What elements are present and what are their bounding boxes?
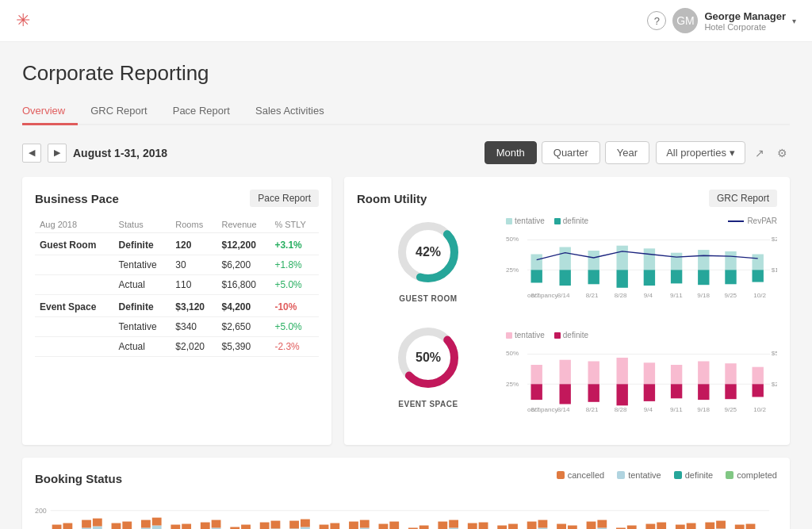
share-button[interactable]: ↗ [752,145,768,161]
svg-rect-245 [657,523,666,529]
svg-rect-133 [241,525,251,529]
guest-room-chart: tentative definite RevPAR [506,217,777,318]
svg-rect-15 [588,270,599,284]
svg-rect-149 [301,519,310,527]
svg-rect-53 [644,384,655,401]
period-year-button[interactable]: Year [605,141,649,164]
legend-tentative: tentative [506,217,545,225]
settings-button[interactable]: ⚙ [774,145,790,161]
svg-rect-253 [687,523,696,529]
svg-rect-59 [725,384,736,399]
svg-rect-47 [560,384,571,404]
svg-rect-137 [260,523,270,529]
svg-rect-49 [588,384,599,402]
chevron-down-icon[interactable]: ▾ [792,17,796,25]
svg-rect-257 [705,523,714,529]
svg-text:$240: $240 [772,236,777,243]
legend-tentative-event: tentative [506,331,545,339]
business-pace-title: Business Pace [35,192,119,205]
svg-text:200: 200 [35,507,47,515]
svg-rect-85 [63,523,72,529]
app-logo: ✳ [16,10,30,31]
row-status: Actual [114,275,171,295]
legend-cancelled: cancelled [557,470,604,480]
svg-rect-108 [152,526,162,529]
svg-rect-249 [676,525,685,529]
row-category: Event Space [35,295,114,317]
pace-table: Aug 2018 Status Rooms Revenue % STLY Gue… [35,217,319,357]
svg-rect-237 [627,526,637,529]
svg-rect-221 [568,526,577,529]
svg-rect-117 [182,524,191,529]
property-label: All properties [666,147,726,159]
event-space-legend: tentative definite [506,331,777,339]
user-menu[interactable]: ? GM George Manager Hotel Corporate ▾ [647,8,796,33]
svg-rect-181 [419,526,429,529]
svg-rect-93 [93,519,102,527]
tab-overview[interactable]: Overview [22,98,78,125]
svg-rect-14 [588,251,599,270]
svg-text:9/4: 9/4 [644,292,653,299]
svg-text:8/14: 8/14 [557,406,570,413]
svg-rect-44 [531,365,542,384]
user-info: George Manager Hotel Corporate [704,10,786,32]
row-stly: +5.0% [270,317,319,337]
row-rooms: 110 [170,275,216,295]
svg-rect-161 [349,522,358,529]
svg-rect-269 [746,524,756,529]
row-stly: -2.3% [270,337,319,357]
svg-rect-25 [725,270,736,284]
svg-text:10/2: 10/2 [753,406,766,413]
legend-definite: definite [674,470,713,480]
event-space-donut: 50% EVENT SPACE [357,322,500,408]
svg-text:8/28: 8/28 [615,292,627,299]
help-button[interactable]: ? [647,11,666,30]
svg-rect-213 [538,520,548,528]
tab-grc-report[interactable]: GRC Report [78,98,160,125]
guest-room-donut-svg: 42% [393,217,464,288]
business-pace-card: Business Pace Pace Report Aug 2018 Statu… [22,177,331,445]
table-row: Tentative $340 $2,650 +5.0% [35,317,319,337]
next-period-button[interactable]: ▶ [48,144,67,163]
svg-rect-89 [82,520,91,528]
pace-report-link[interactable]: Pace Report [250,190,319,207]
row-category: Guest Room [35,233,114,255]
svg-rect-23 [698,270,709,285]
svg-rect-92 [93,526,102,529]
col-stly: % STLY [270,217,319,233]
svg-rect-27 [753,270,764,282]
row-rooms: $2,020 [170,337,216,357]
period-month-button[interactable]: Month [485,141,537,164]
tab-pace-report[interactable]: Pace Report [160,98,243,125]
svg-rect-56 [698,362,709,385]
svg-rect-193 [468,523,477,529]
period-quarter-button[interactable]: Quarter [542,141,600,164]
tab-sales-activities[interactable]: Sales Activities [243,98,337,125]
svg-text:9/4: 9/4 [644,406,653,413]
business-pace-header: Business Pace Pace Report [35,190,319,207]
avatar: GM [672,8,698,33]
svg-rect-225 [587,522,596,529]
row-status: Tentative [114,255,171,275]
svg-text:occupancy: occupancy [527,292,559,299]
property-selector[interactable]: All properties ▾ [656,141,745,164]
svg-rect-19 [644,270,655,286]
svg-rect-185 [438,522,447,529]
svg-text:25%: 25% [506,381,519,388]
prev-period-button[interactable]: ◀ [22,144,41,163]
svg-text:9/11: 9/11 [670,406,683,413]
col-status: Status [114,217,171,233]
svg-rect-50 [617,358,628,384]
date-label: August 1-31, 2018 [73,147,167,159]
svg-text:9/18: 9/18 [697,292,710,299]
row-rooms: $340 [170,317,216,337]
booking-status-title: Booking Status [35,472,122,485]
svg-rect-145 [289,521,299,529]
row-status: Definite [114,233,171,255]
svg-rect-17 [617,270,628,288]
svg-text:$120: $120 [772,266,777,274]
grc-report-link[interactable]: GRC Report [709,190,777,207]
room-utility-content: 42% GUEST ROOM 50% EVENT SPACE [357,217,777,432]
guest-room-legend: tentative definite RevPAR [506,217,777,225]
svg-text:9/25: 9/25 [724,406,737,413]
